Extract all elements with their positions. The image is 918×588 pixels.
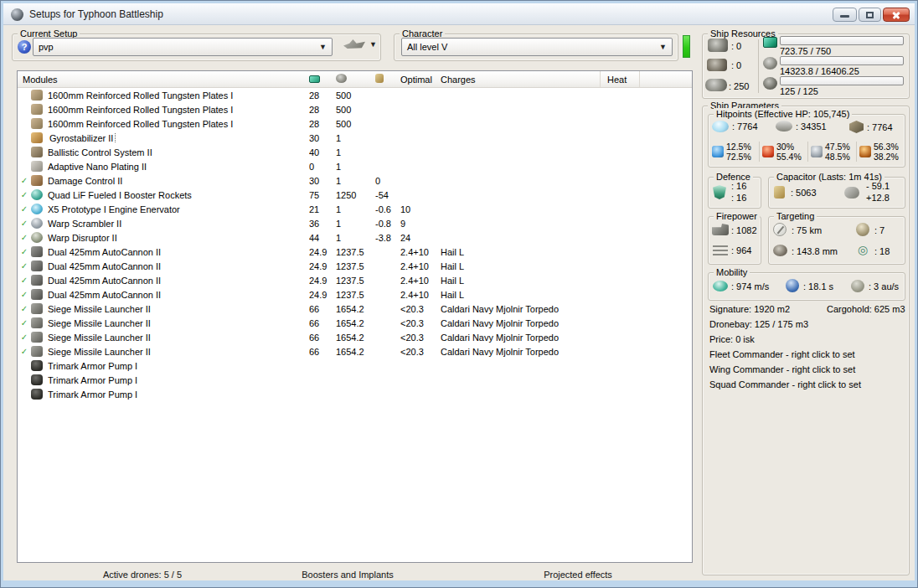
module-row[interactable]: ✓Warp Scrambler II361-0.89 (18, 216, 692, 230)
module-row[interactable]: ✓Dual 425mm AutoCannon II24.91237.52.4+1… (18, 287, 692, 302)
firepower-label: Firepower (714, 210, 760, 222)
help-icon[interactable]: ? (18, 40, 31, 54)
wing-commander-text[interactable]: Wing Commander - right click to set (709, 364, 855, 374)
optimal-value: <20.3 (400, 333, 441, 343)
minimize-icon (840, 15, 849, 18)
projected-effects-section[interactable]: Projected effects (544, 570, 612, 580)
powergrid-value: 1 (336, 176, 375, 186)
module-row[interactable]: Trimark Armor Pump I (18, 373, 692, 387)
capacitor-group: Capacitor (Lasts: 1m 41s) : 5063 - 59.1 … (768, 177, 905, 209)
speed-value: : 974 m/s (731, 281, 769, 291)
armor-plate-icon (31, 104, 43, 115)
module-row[interactable]: ✓Warp Disruptor II441-3.824 (18, 230, 692, 245)
price-text: Price: 0 isk (709, 334, 755, 344)
defence-shield-icon (713, 185, 726, 199)
modules-list: Modules Optimal Charges Heat 1600mm Rein… (17, 70, 693, 563)
module-row[interactable]: Trimark Armor Pump I (18, 387, 692, 401)
charge-name: Caldari Navy Mjolnir Torpedo (441, 333, 600, 343)
column-charges[interactable]: Charges (441, 75, 600, 85)
module-icon-cell (31, 132, 48, 143)
module-icon-cell (31, 275, 48, 286)
column-heat[interactable]: Heat (600, 71, 640, 87)
cpu-value: 28 (309, 119, 336, 129)
module-row[interactable]: 1600mm Reinforced Rolled Tungsten Plates… (18, 88, 692, 102)
minimize-button[interactable] (833, 8, 857, 22)
module-name-text: Warp Scrambler II (48, 219, 121, 229)
character-group: Character All level V ▼ (394, 34, 678, 61)
column-modules[interactable]: Modules (18, 75, 309, 85)
maximize-button[interactable] (859, 8, 881, 22)
module-icon-cell (31, 289, 48, 300)
module-row[interactable]: ✓Dual 425mm AutoCannon II24.91237.52.4+1… (18, 259, 692, 273)
module-row[interactable]: 1600mm Reinforced Rolled Tungsten Plates… (18, 102, 692, 116)
boosters-implants-section[interactable]: Boosters and Implants (302, 570, 393, 580)
module-name-text: Adaptive Nano Plating II (48, 162, 147, 172)
squad-commander-text[interactable]: Squad Commander - right click to set (709, 379, 861, 389)
module-icon-cell (31, 303, 48, 314)
cap-booster-icon (844, 187, 859, 199)
module-row[interactable]: ✓Quad LiF Fueled I Booster Rockets751250… (18, 188, 692, 202)
explosive-resist: 56.3%38.2% (856, 142, 905, 162)
module-row[interactable]: ✓Siege Missile Launcher II661654.2<20.3C… (18, 316, 692, 330)
module-name: Warp Scrambler II (48, 219, 309, 229)
active-drones-section[interactable]: Active drones: 5 / 5 (103, 570, 182, 580)
module-row[interactable]: Trimark Armor Pump I (18, 358, 692, 373)
module-name: Siege Missile Launcher II (48, 347, 309, 357)
column-powergrid[interactable] (336, 74, 375, 85)
ship-browser-button[interactable]: ▼ (343, 37, 377, 51)
column-optimal[interactable]: Optimal (400, 75, 441, 85)
armor-plate-icon (31, 118, 43, 129)
module-name: Trimark Armor Pump I (48, 361, 309, 371)
module-row[interactable]: ✓Siege Missile Launcher II661654.2<20.3C… (18, 344, 692, 358)
module-row[interactable]: Ballistic Control System II401 (18, 145, 692, 159)
defence-value-2: : 16 (731, 193, 746, 203)
setup-combobox[interactable]: pvp ▼ (33, 38, 333, 56)
hull-hp: : 7764 (849, 121, 893, 133)
column-capacitor[interactable] (375, 74, 400, 85)
module-icon-cell (31, 246, 48, 257)
resist-bottom-value: 48.5% (825, 152, 850, 162)
module-row[interactable]: ✓X5 Prototype I Engine Enervator211-0.61… (18, 202, 692, 216)
module-row[interactable]: ✓Siege Missile Launcher II661654.2<20.3C… (18, 302, 692, 316)
column-cpu[interactable] (309, 75, 336, 85)
hitpoints-group: Hitpoints (Effective HP: 105,745) : 7764… (708, 114, 905, 168)
scan-resolution: : 143.8 mm (792, 246, 838, 256)
optimal-value: 2.4+10 (400, 276, 441, 286)
fitted-check-icon: ✓ (18, 190, 31, 199)
module-row[interactable]: ✓Siege Missile Launcher II661654.2<20.3C… (18, 330, 692, 344)
module-row[interactable]: 1600mm Reinforced Rolled Tungsten Plates… (18, 116, 692, 131)
firepower-group: Firepower : 1082 : 964 (708, 216, 761, 265)
align-time-value: : 18.1 s (803, 281, 833, 291)
firepower-dps: : 1082 (731, 225, 757, 235)
resist-bottom-value: 38.2% (874, 152, 899, 162)
drone-bandwidth-bar-text: 125 / 125 (780, 86, 818, 96)
module-row[interactable]: Gyrostabilizer II301 (18, 131, 692, 145)
module-row[interactable]: Adaptive Nano Plating II01 (18, 159, 692, 173)
module-icon-cell (31, 204, 48, 214)
missile-launcher-icon (31, 346, 43, 357)
resistances-row: 12.5%72.5%30%55.4%47.5%48.5%56.3%38.2% (710, 142, 905, 162)
module-row[interactable]: ✓Damage Control II3010 (18, 173, 692, 188)
module-icon-cell (31, 147, 48, 157)
charge-name: Hail L (441, 290, 600, 300)
module-row[interactable]: ✓Dual 425mm AutoCannon II24.91237.52.4+1… (18, 273, 692, 287)
module-name-text: Trimark Armor Pump I (48, 361, 137, 371)
fitted-check-icon: ✓ (18, 247, 31, 256)
module-icon-cell (31, 118, 48, 129)
fitted-check-icon: ✓ (18, 333, 31, 342)
targeting-range-icon (773, 223, 786, 236)
ballistic-control-icon (31, 147, 43, 157)
character-combobox[interactable]: All level V ▼ (401, 38, 673, 56)
module-name-text: Warp Disruptor II (48, 233, 117, 243)
charge-name: Caldari Navy Mjolnir Torpedo (441, 304, 600, 314)
module-name-text: Ballistic Control System II (48, 147, 152, 157)
fleet-commander-text[interactable]: Fleet Commander - right click to set (709, 349, 855, 359)
module-row[interactable]: ✓Dual 425mm AutoCannon II24.91237.52.4+1… (18, 245, 692, 259)
module-name: Warp Disruptor II (48, 233, 309, 243)
cpu-value: 44 (309, 233, 336, 243)
title-bar[interactable]: Setups for Typhoon Battleship (3, 3, 915, 25)
scan-resolution-icon (773, 245, 787, 256)
cpu-value: 24.9 (309, 290, 336, 300)
powergrid-value: 1 (336, 204, 375, 214)
close-button[interactable] (883, 8, 910, 22)
